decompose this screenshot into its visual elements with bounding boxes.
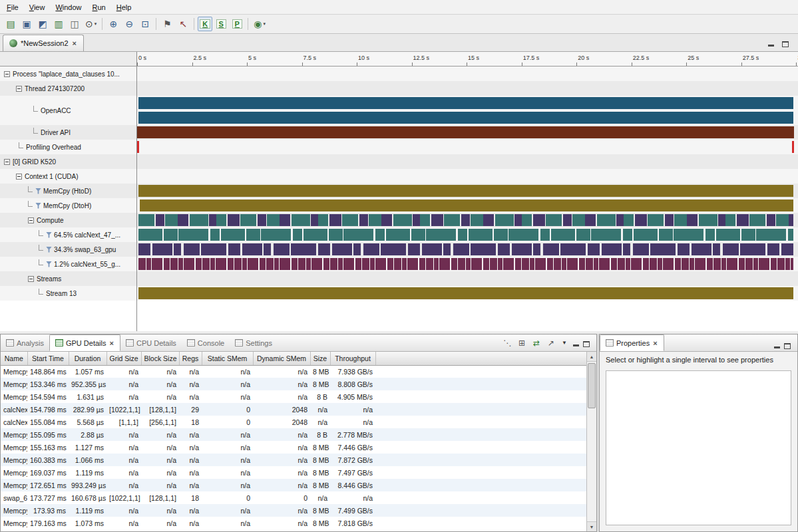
row-label-memcpy-htod[interactable]: MemCpy (HtoD) bbox=[0, 184, 137, 198]
zoom-in-button[interactable]: ⊕ bbox=[106, 17, 120, 31]
timeline-bar[interactable] bbox=[138, 287, 793, 299]
row-label-streams[interactable]: Streams bbox=[0, 271, 137, 286]
menu-window[interactable]: Window bbox=[50, 1, 87, 13]
sync-selection-button[interactable]: ⇄ bbox=[530, 336, 543, 349]
row-label-context-1-cuda[interactable]: Context 1 (CUDA) bbox=[0, 169, 137, 184]
row-label-stream-13[interactable]: Stream 13 bbox=[0, 286, 137, 301]
close-icon[interactable]: × bbox=[109, 339, 114, 347]
tab-gpu-details[interactable]: GPU Details× bbox=[49, 334, 120, 351]
table-scrollbar[interactable]: ▲ ▼ bbox=[586, 352, 596, 531]
close-icon[interactable]: × bbox=[652, 339, 658, 347]
timeline-bar[interactable] bbox=[140, 200, 793, 211]
collapse-icon[interactable] bbox=[16, 86, 22, 92]
maximize-button[interactable] bbox=[783, 341, 792, 349]
timeline-bar[interactable] bbox=[138, 229, 793, 241]
row-label-1-2-calcnext-55-g[interactable]: 1.2% calcNext_55_g... bbox=[0, 257, 137, 271]
timeline-bar[interactable] bbox=[792, 141, 794, 153]
collapse-icon[interactable] bbox=[4, 159, 10, 165]
tab-properties[interactable]: Properties × bbox=[600, 334, 664, 351]
view-menu-icon[interactable]: ▼ bbox=[559, 340, 570, 346]
save-all-button[interactable]: ◩ bbox=[35, 17, 50, 31]
column-header-static-smem[interactable]: Static SMem bbox=[202, 352, 253, 365]
table-row[interactable]: swap_63173.727 ms160.678 µs[1022,1,1][12… bbox=[1, 491, 586, 504]
zoom-out-button[interactable]: ⊖ bbox=[122, 17, 136, 31]
scrollbar-thumb[interactable] bbox=[588, 363, 596, 408]
menu-view[interactable]: View bbox=[24, 1, 51, 13]
zoom-fit-button[interactable]: ⊡ bbox=[138, 17, 152, 31]
process-toggle-button[interactable]: P bbox=[230, 17, 244, 31]
table-row[interactable]: Memcpy154.594 ms1.631 µsn/an/an/an/an/a8… bbox=[1, 390, 586, 403]
table-row[interactable]: calcNext155.084 ms5.568 µs[1,1,1][256,1,… bbox=[1, 416, 586, 428]
timeline-bar[interactable] bbox=[138, 97, 793, 109]
row-label-driver-api[interactable]: Driver API bbox=[0, 125, 137, 140]
filter-icon[interactable] bbox=[46, 261, 52, 267]
analysis-button[interactable]: ◉▾ bbox=[252, 17, 268, 31]
column-header-regs[interactable]: Regs bbox=[179, 352, 202, 365]
kernel-toggle-button[interactable]: K bbox=[198, 17, 212, 31]
timeline-bar[interactable] bbox=[138, 214, 793, 226]
column-header-dynamic-smem[interactable]: Dynamic SMem bbox=[253, 352, 310, 365]
column-header-size[interactable]: Size bbox=[310, 352, 330, 365]
timeline-bar[interactable] bbox=[138, 185, 793, 197]
prev-marker-button[interactable]: ⚑ bbox=[160, 17, 174, 31]
row-label-thread-2741307200[interactable]: Thread 2741307200 bbox=[0, 81, 137, 96]
maximize-button[interactable] bbox=[582, 339, 591, 347]
report-button[interactable]: ▥ bbox=[51, 17, 66, 31]
row-label-profiling-overhead[interactable]: Profiling Overhead bbox=[0, 140, 137, 154]
menu-help[interactable]: Help bbox=[111, 1, 137, 13]
table-row[interactable]: Memcpy155.163 ms1.127 msn/an/an/an/an/a8… bbox=[1, 441, 586, 454]
row-label-0-grid-k520[interactable]: [0] GRID K520 bbox=[0, 154, 137, 169]
column-header-throughput[interactable]: Throughput bbox=[330, 352, 375, 365]
table-row[interactable]: Memcpy148.864 ms1.057 msn/an/an/an/an/a8… bbox=[1, 365, 586, 378]
row-label-compute[interactable]: Compute bbox=[0, 213, 137, 227]
menu-run[interactable]: Run bbox=[87, 1, 111, 13]
timeline-bar[interactable] bbox=[137, 141, 139, 153]
table-row[interactable]: Memcpy160.383 ms1.066 msn/an/an/an/an/a8… bbox=[1, 454, 586, 466]
row-label-34-3-swap-63-gpu[interactable]: 34.3% swap_63_gpu bbox=[0, 242, 137, 257]
session-tab[interactable]: *NewSession2 × bbox=[3, 35, 84, 51]
row-label-memcpy-dtoh[interactable]: MemCpy (DtoH) bbox=[0, 198, 137, 213]
table-row[interactable]: calcNext154.798 ms282.99 µs[1022,1,1][12… bbox=[1, 403, 586, 416]
table-row[interactable]: Memcpy153.346 ms952.355 µsn/an/an/an/an/… bbox=[1, 378, 586, 390]
table-row[interactable]: Memcpy172.651 ms993.249 µsn/an/an/an/an/… bbox=[1, 479, 586, 491]
table-row[interactable]: Memcpy179.163 ms1.073 msn/an/an/an/an/a8… bbox=[1, 517, 586, 529]
row-label-openacc[interactable]: OpenACC bbox=[0, 96, 137, 125]
collapse-icon[interactable] bbox=[4, 71, 10, 77]
timeline-bar[interactable] bbox=[138, 258, 793, 270]
column-header-grid-size[interactable]: Grid Size bbox=[106, 352, 141, 365]
tab-analysis[interactable]: Analysis bbox=[1, 334, 49, 351]
timeline-bar[interactable] bbox=[138, 243, 793, 255]
row-label-64-5-calcnext-47[interactable]: 64.5% calcNext_47_... bbox=[0, 227, 137, 242]
column-header-duration[interactable]: Duration bbox=[69, 352, 106, 365]
maximize-button[interactable] bbox=[781, 39, 790, 47]
flat-view-button[interactable]: ⋱ bbox=[500, 336, 514, 349]
close-icon[interactable]: × bbox=[72, 39, 77, 47]
zoom-tool-button[interactable]: ⊙▾ bbox=[83, 17, 99, 31]
timeline-bar[interactable] bbox=[137, 126, 794, 138]
minimize-button[interactable] bbox=[772, 341, 781, 349]
table-row[interactable]: Memcpy169.037 ms1.119 msn/an/an/an/an/a8… bbox=[1, 466, 586, 479]
tab-settings[interactable]: Settings bbox=[230, 334, 278, 351]
column-header-block-size[interactable]: Block Size bbox=[141, 352, 179, 365]
new-session-button[interactable]: ▤ bbox=[3, 17, 18, 31]
column-header-start-time[interactable]: Start Time bbox=[27, 352, 69, 365]
filter-icon[interactable] bbox=[35, 188, 41, 194]
tab-cpu-details[interactable]: CPU Details bbox=[120, 334, 182, 351]
collapse-icon[interactable] bbox=[16, 174, 22, 180]
collapse-icon[interactable] bbox=[28, 276, 34, 282]
table-row[interactable]: Memcpy155.095 ms2.88 µsn/an/an/an/an/a8 … bbox=[1, 428, 586, 441]
minimize-button[interactable] bbox=[571, 339, 580, 347]
group-view-button[interactable]: ⊞ bbox=[515, 336, 528, 349]
scrollbar-track[interactable] bbox=[587, 362, 596, 521]
save-button[interactable]: ▣ bbox=[19, 17, 34, 31]
tab-console[interactable]: Console bbox=[182, 334, 230, 351]
scroll-down-icon[interactable]: ▼ bbox=[587, 521, 596, 531]
export-table-button[interactable]: ↗ bbox=[544, 336, 558, 349]
filter-icon[interactable] bbox=[46, 247, 52, 253]
export-button[interactable]: ◫ bbox=[67, 17, 82, 31]
timeline-bar[interactable] bbox=[138, 112, 793, 124]
minimize-button[interactable] bbox=[766, 39, 775, 47]
stream-toggle-button[interactable]: S bbox=[214, 17, 228, 31]
menu-file[interactable]: File bbox=[1, 1, 24, 13]
filter-icon[interactable] bbox=[46, 232, 52, 238]
